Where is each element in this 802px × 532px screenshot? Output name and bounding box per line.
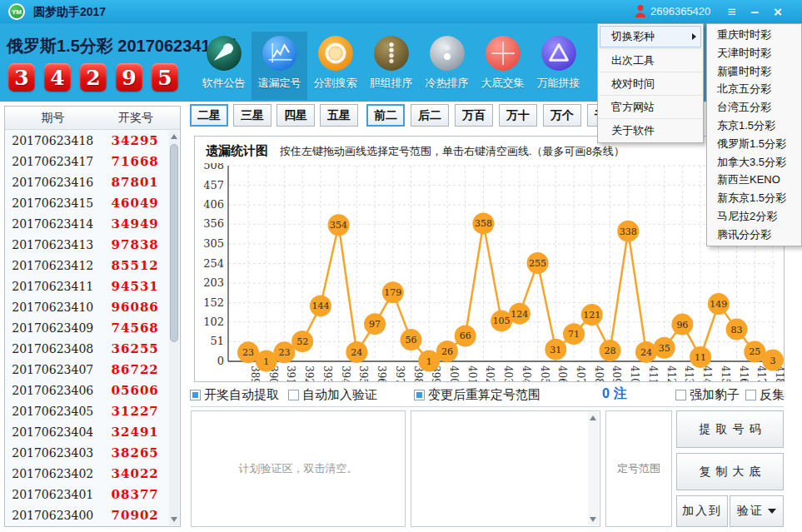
add-to-button[interactable]: 加入到: [676, 495, 728, 527]
toolbar-item-胆组排序[interactable]: 胆组排序: [363, 32, 419, 100]
table-row[interactable]: 2017062340786722: [5, 359, 170, 380]
submenu-item-俄罗斯1.5分彩[interactable]: 俄罗斯1.5分彩: [707, 135, 801, 153]
submenu-item-天津时时彩[interactable]: 天津时时彩: [707, 44, 801, 62]
submenu-item-东京1.5分彩[interactable]: 东京1.5分彩: [707, 117, 801, 135]
bet-count-unit: 注: [614, 386, 627, 400]
table-row[interactable]: 2017062340836255: [5, 338, 170, 359]
scrollbar-thumb[interactable]: [170, 144, 178, 342]
menu-item-切换彩种[interactable]: 切换彩种: [599, 25, 702, 48]
tab-五星[interactable]: 五星: [320, 104, 358, 127]
submenu-item-腾讯分分彩[interactable]: 腾讯分分彩: [707, 226, 801, 244]
toolbar-item-分割搜索[interactable]: 分割搜索: [307, 32, 363, 100]
checkbox-unchecked-icon[interactable]: [675, 390, 686, 400]
table-row[interactable]: 2017062340234022: [5, 463, 170, 484]
tab-前二[interactable]: 前二: [366, 104, 405, 127]
result-scrollbar[interactable]: [588, 412, 599, 525]
table-row[interactable]: 2017062340974568: [5, 317, 170, 338]
tab-四星[interactable]: 四星: [276, 104, 315, 127]
table-row[interactable]: 2017062340432491: [5, 421, 170, 442]
table-row[interactable]: 2017062340531227: [5, 400, 170, 421]
context-menu: 切换彩种出次工具校对时间官方网站关于软件: [597, 23, 704, 143]
column-header-number: 开奖号: [101, 111, 171, 126]
scroll-up-icon[interactable]: [171, 134, 177, 139]
toolbar-item-冷热排序[interactable]: 冷热排序: [419, 32, 475, 100]
submenu-item-新东京1.5分彩[interactable]: 新东京1.5分彩: [707, 189, 801, 207]
draw-number-cell: 86722: [100, 362, 170, 377]
period-cell: 20170623416: [5, 176, 100, 189]
submenu-item-重庆时时彩[interactable]: 重庆时时彩: [707, 26, 801, 44]
toolbar-item-万能拼接[interactable]: 万能拼接: [531, 32, 586, 100]
plan-verify-area[interactable]: 计划验证区，双击清空。: [191, 410, 406, 527]
tab-后二[interactable]: 后二: [411, 104, 449, 127]
svg-text:105: 105: [493, 316, 511, 326]
draw-number-cell: 36255: [100, 341, 170, 356]
submenu-item-新疆时时彩[interactable]: 新疆时时彩: [707, 62, 801, 81]
table-row[interactable]: 2017062341194531: [5, 276, 170, 296]
svg-text:203: 203: [203, 276, 224, 289]
checkbox-反集[interactable]: 反集: [745, 387, 785, 402]
history-scrollbar[interactable]: [169, 131, 179, 525]
omission-chart-canvas[interactable]: 0511021522032543053564064575083893903913…: [195, 163, 785, 381]
checkbox-自动加入验证[interactable]: 自动加入验证: [288, 387, 377, 402]
menu-item-官方网站[interactable]: 官方网站: [599, 95, 702, 118]
checkbox-开奖自动提取[interactable]: 开奖自动提取: [190, 387, 279, 402]
checkbox-label: 开奖自动提取: [204, 387, 279, 403]
tab-二星[interactable]: 二星: [190, 104, 228, 127]
scroll-up-icon[interactable]: [590, 415, 596, 420]
submenu-item-新西兰KENO[interactable]: 新西兰KENO: [707, 171, 801, 189]
table-row[interactable]: 2017062341687801: [5, 172, 170, 192]
svg-text:102: 102: [203, 316, 224, 328]
menu-item-出次工具[interactable]: 出次工具: [599, 48, 702, 72]
checkbox-unchecked-icon[interactable]: [288, 390, 299, 400]
table-row[interactable]: 2017062341546049: [5, 192, 170, 213]
submenu-item-加拿大3.5分彩[interactable]: 加拿大3.5分彩: [707, 153, 801, 172]
table-row[interactable]: 2017062341397838: [5, 234, 170, 255]
toolbar-item-大底交集[interactable]: 大底交集: [475, 32, 531, 100]
toolbar-item-软件公告[interactable]: 软件公告: [196, 32, 252, 100]
menu-item-关于软件[interactable]: 关于软件: [599, 118, 702, 142]
extract-numbers-button[interactable]: 提取号码: [676, 410, 784, 448]
toolbar-item-label: 冷热排序: [426, 76, 469, 91]
tab-三星[interactable]: 三星: [233, 104, 271, 127]
copy-pool-button[interactable]: 复制大底: [676, 453, 784, 490]
minimize-button[interactable]: –: [751, 5, 759, 19]
table-row[interactable]: 2017062340108377: [5, 484, 170, 505]
svg-text:392: 392: [303, 365, 315, 381]
table-row[interactable]: 2017062340605606: [5, 380, 170, 400]
verify-button[interactable]: 验证: [730, 495, 784, 527]
checkbox-checked-icon[interactable]: [190, 390, 201, 400]
svg-text:152: 152: [203, 296, 224, 309]
table-row[interactable]: 2017062341096086: [5, 296, 170, 317]
scroll-down-icon[interactable]: [590, 517, 596, 522]
table-row[interactable]: 2017062340338265: [5, 442, 170, 463]
window-menu-button[interactable]: ≡: [728, 5, 736, 19]
submenu-item-马尼拉2分彩[interactable]: 马尼拉2分彩: [707, 207, 801, 226]
table-row[interactable]: 2017062341771668: [5, 151, 170, 172]
svg-text:1: 1: [263, 356, 269, 367]
checkbox-label: 自动加入验证: [302, 387, 377, 403]
checkbox-unchecked-icon[interactable]: [745, 390, 756, 400]
checkbox-强加豹子[interactable]: 强加豹子: [675, 387, 740, 402]
table-row[interactable]: 2017062340070902: [5, 505, 170, 525]
draw-number-cell: 34949: [100, 216, 170, 231]
scroll-down-icon[interactable]: [171, 517, 177, 522]
svg-text:410: 410: [629, 365, 640, 381]
svg-text:395: 395: [357, 365, 369, 381]
menu-item-校对时间[interactable]: 校对时间: [599, 72, 702, 95]
number-range-box[interactable]: 定号范围: [605, 410, 672, 527]
close-button[interactable]: ×: [774, 5, 782, 19]
table-row[interactable]: 2017062341285512: [5, 255, 170, 276]
draw-number-cell: 85512: [100, 258, 170, 273]
table-row[interactable]: 2017062341834295: [5, 130, 170, 151]
submenu-item-北京五分彩[interactable]: 北京五分彩: [707, 80, 801, 98]
period-cell: 20170623401: [5, 488, 100, 501]
submenu-item-台湾五分彩[interactable]: 台湾五分彩: [707, 98, 801, 117]
checkbox-变更后重算定号范围[interactable]: 变更后重算定号范围: [414, 387, 540, 402]
table-row[interactable]: 2017062341434949: [5, 213, 170, 234]
tab-万百[interactable]: 万百: [455, 104, 493, 127]
tab-万个[interactable]: 万个: [543, 104, 581, 127]
checkbox-checked-icon[interactable]: [414, 390, 425, 400]
result-area[interactable]: [411, 410, 600, 527]
toolbar-item-遗漏定号[interactable]: 遗漏定号: [252, 32, 307, 100]
tab-万十[interactable]: 万十: [499, 104, 537, 127]
